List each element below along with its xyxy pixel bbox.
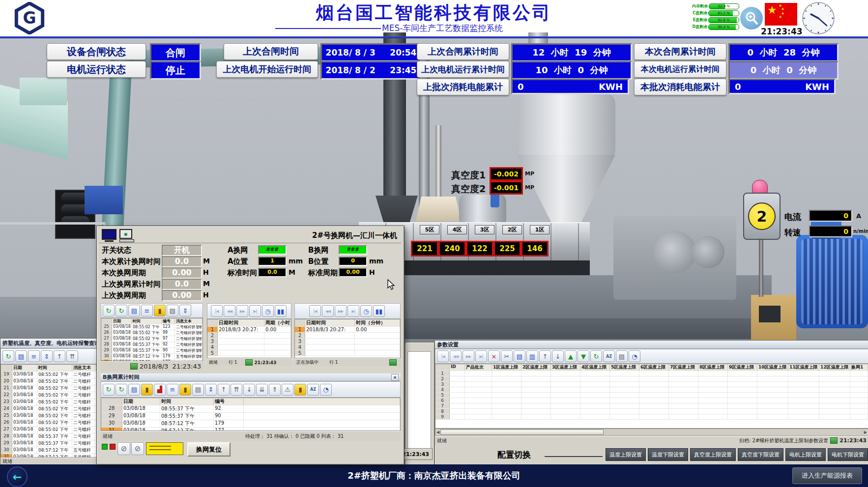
database-icon[interactable]: ▤ <box>128 305 140 316</box>
move-down-icon[interactable]: ↓ <box>552 350 564 362</box>
energy-report-button[interactable]: 进入生产能源报表 <box>792 467 862 484</box>
table-row[interactable]: 1903/08/1808:55:02 下午二号螺杆 <box>1 372 96 378</box>
param-hscrollbar[interactable]: ◀ ▶ <box>435 429 868 436</box>
print-icon[interactable]: ▤ <box>167 305 178 316</box>
table-row[interactable]: 12018/8/3 20:27:0.00 <box>207 327 291 333</box>
table-row[interactable]: 2003/08/1808:55:02 下午二号螺杆 <box>1 378 96 385</box>
table-row[interactable]: 5 <box>295 350 400 356</box>
move-up-icon[interactable]: ↑ <box>539 350 551 362</box>
table-row[interactable]: 1 <box>435 371 868 376</box>
delete-icon[interactable]: × <box>488 350 500 362</box>
cut-icon[interactable]: ✂ <box>501 350 513 362</box>
table-row[interactable]: 2703/08/1808:55:02 下午97二号螺杆挤塑机熔体温 <box>101 336 203 342</box>
table-row[interactable]: 3003/08/1808:57:12 下午179 <box>101 420 400 428</box>
table-row[interactable]: 2603/08/1808:55:02 下午二号螺杆 <box>1 420 96 427</box>
move-down-icon[interactable]: ↓ <box>243 384 255 396</box>
close-icon[interactable]: × <box>391 374 399 381</box>
scrollbar-thumb[interactable] <box>440 430 604 435</box>
table-row[interactable]: 3 <box>207 339 291 344</box>
table-row[interactable]: 5 <box>435 393 868 398</box>
refresh-db-icon[interactable]: ↻ <box>116 305 127 316</box>
table-row[interactable]: 2903/08/1808:55:37 下午二号螺杆 <box>1 440 96 447</box>
table-row[interactable]: 12018/8/3 20:27:0.00 <box>295 327 400 333</box>
table-row[interactable]: 9 <box>435 414 868 420</box>
first-record-icon[interactable]: |◀ <box>211 305 223 317</box>
table-row[interactable]: 2 <box>435 376 868 382</box>
selector-badge[interactable] <box>146 442 183 455</box>
monitor-icon[interactable] <box>102 229 116 242</box>
settings-button[interactable]: 电机下限设置 <box>828 448 868 461</box>
database-icon[interactable]: ▤ <box>15 350 27 362</box>
table-row[interactable]: 3003/08/1808:57:12 下午179五号螺杆挤塑机真空度1 <box>101 354 203 360</box>
clock-icon[interactable]: ◔ <box>320 384 332 396</box>
sort-icon[interactable]: ⇕ <box>205 384 217 396</box>
sort-az-icon[interactable]: AZ <box>307 384 319 396</box>
refresh-icon[interactable]: ↻ <box>590 350 602 362</box>
forward-icon[interactable]: ▶▶ <box>236 305 248 317</box>
table-row[interactable]: 2503/08/1808:55:02 下午二号螺杆 <box>1 413 96 420</box>
terminal-icon[interactable]: ▣ <box>119 229 134 242</box>
insert-up-icon[interactable]: ▲ <box>565 350 577 362</box>
print-icon[interactable]: ▤ <box>192 384 204 396</box>
table-row[interactable]: 3003/08/1808:57:12 下午五号螺杆 <box>1 447 96 454</box>
table-row[interactable]: 5 <box>207 350 291 356</box>
move-bottom-icon[interactable]: ⇊ <box>256 384 268 396</box>
table-row[interactable]: 3103/08/1808:57:12 下午177 <box>101 428 400 431</box>
settings-button[interactable]: 真空度下限设置 <box>738 448 783 461</box>
table-row[interactable]: 2803/08/1808:55:37 下午二号螺杆 <box>1 433 96 440</box>
table-row[interactable]: 2 <box>295 333 400 339</box>
refresh-icon[interactable]: ↻ <box>103 384 115 396</box>
table-row[interactable]: 2903/08/1808:55:37 下午90二号螺杆挤塑机真空度2 <box>101 348 203 354</box>
lock-refresh-icon[interactable]: ▮ <box>179 384 191 396</box>
table-row[interactable]: 2603/08/1808:55:02 下午99二号螺杆挤塑机模头温 <box>101 330 203 336</box>
table-row[interactable]: 3 <box>435 382 868 387</box>
settings-button[interactable]: 电机上限设置 <box>785 448 826 461</box>
note-icon[interactable]: ≡ <box>167 384 178 396</box>
table-row[interactable]: 6 <box>435 398 868 403</box>
table-row[interactable]: 2403/08/1808:55:02 下午二号螺杆 <box>1 406 96 413</box>
move-up-icon[interactable]: ↑ <box>218 384 230 396</box>
chart-icon[interactable]: ▟ <box>154 384 166 396</box>
settings-button[interactable]: 温度上限设置 <box>606 448 646 461</box>
warning-icon[interactable]: ⚠ <box>282 384 293 396</box>
padlock-icon[interactable]: ▮ <box>294 384 306 396</box>
refresh-db-icon[interactable]: ↻ <box>116 384 127 396</box>
sort-icon[interactable]: ⇕ <box>179 305 191 316</box>
table-row[interactable]: 4 <box>295 344 400 350</box>
note-icon[interactable]: ≡ <box>141 305 153 316</box>
pause-icon[interactable]: ▮▮ <box>373 305 385 317</box>
refresh-db-icon[interactable]: ↻ <box>2 350 14 362</box>
disable-b-icon[interactable]: ⊘ <box>131 442 144 455</box>
last-record-icon[interactable]: ▶| <box>347 305 359 317</box>
net-reset-button[interactable]: 换网复位 <box>187 442 231 457</box>
refresh-icon[interactable]: ↻ <box>103 305 115 316</box>
rewind-icon[interactable]: ◀◀ <box>450 350 462 362</box>
table-row[interactable]: 7 <box>435 403 868 409</box>
timer-icon[interactable]: ◷ <box>360 305 372 317</box>
database-icon[interactable]: ▤ <box>128 384 140 396</box>
table-row[interactable]: 2703/08/1808:55:02 下午二号螺杆 <box>1 427 96 433</box>
scroll-left-icon[interactable]: ◀ <box>435 430 440 434</box>
settings-button[interactable]: 真空度上限设置 <box>690 448 736 461</box>
disable-a-icon[interactable]: ⊘ <box>117 442 130 455</box>
table-row[interactable]: 2903/08/1808:55:37 下午90 <box>101 413 400 420</box>
zoom-button[interactable] <box>740 7 763 29</box>
table-row[interactable]: 2803/08/1808:55:37 下午92二号螺杆挤塑机真空度1 <box>101 342 203 348</box>
last-record-icon[interactable]: ▶| <box>475 350 487 362</box>
rewind-icon[interactable]: ◀◀ <box>322 305 334 317</box>
first-record-icon[interactable]: |◀ <box>437 350 449 362</box>
paste-icon[interactable]: ▥ <box>526 350 538 362</box>
sort-az-icon[interactable]: AZ <box>603 350 615 362</box>
table-row[interactable]: 4 <box>207 344 291 350</box>
table-row[interactable]: 3103/08/1808:57:12 下午五号螺杆 <box>1 454 96 458</box>
table-row[interactable]: 2203/08/1808:55:02 下午二号螺杆 <box>1 392 96 399</box>
sort-icon[interactable]: ⇕ <box>41 350 53 362</box>
scroll-right-icon[interactable]: ▶ <box>863 430 868 434</box>
export-icon[interactable]: ⇑ <box>269 384 281 396</box>
forward-icon[interactable]: ▶▶ <box>463 350 474 362</box>
insert-down-icon[interactable]: ▼ <box>578 350 589 362</box>
settings-button[interactable]: 温度下限设置 <box>648 448 688 461</box>
lock-refresh-icon[interactable]: ▮ <box>154 305 166 316</box>
note-icon[interactable]: ≡ <box>28 350 40 362</box>
table-row[interactable]: 2803/08/1808:55:37 下午92 <box>101 405 400 413</box>
